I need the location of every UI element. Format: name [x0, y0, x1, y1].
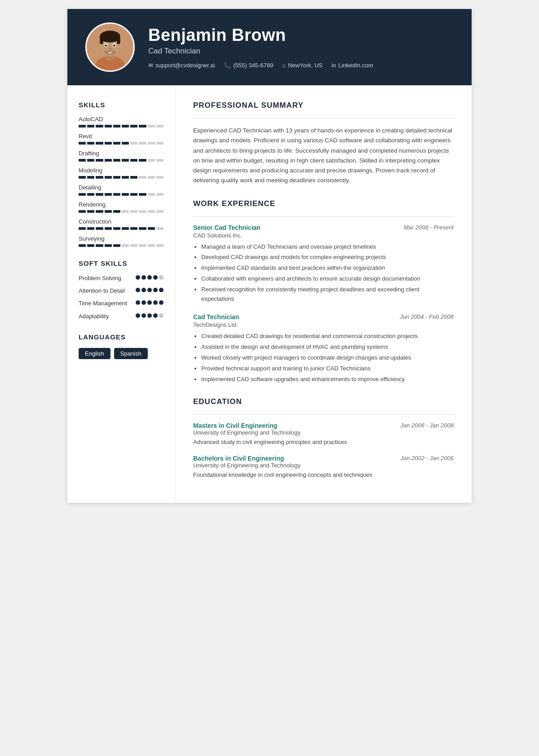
- skill-item: Revit: [79, 133, 163, 145]
- exp-date: Mar 2008 - Present: [404, 224, 454, 231]
- soft-skill-dots: [136, 288, 163, 292]
- location-icon: ⌂: [282, 62, 286, 69]
- experience-entry: Cad TechnicianJun 2004 - Feb 2008TechDes…: [193, 313, 454, 384]
- phone-icon: 📞: [224, 62, 231, 69]
- dot: [159, 300, 163, 305]
- edu-school: University of Engineering and Technology: [193, 429, 454, 436]
- edu-date: Jan 2006 - Jan 2008: [400, 422, 454, 429]
- soft-skill-item: Time Management: [79, 299, 163, 308]
- skill-item: AutoCAD: [79, 116, 163, 127]
- soft-skill-dots: [136, 275, 163, 280]
- linkedin-icon: in: [331, 62, 336, 69]
- experience-entry: Senior Cad TechnicianMar 2008 - PresentC…: [193, 224, 454, 304]
- dot: [159, 313, 163, 318]
- skill-item: Modeling: [79, 167, 163, 179]
- phone-contact: 📞 (555) 345-6789: [224, 62, 273, 69]
- edu-desc: Foundational knowledge in civil engineer…: [193, 470, 454, 479]
- dot: [136, 275, 140, 280]
- education-divider: [193, 414, 454, 415]
- skill-item: Surveying: [79, 235, 163, 247]
- skills-section-title: SKILLS: [79, 101, 163, 109]
- exp-bullet: Collaborated with engineers and architec…: [201, 274, 454, 284]
- soft-skill-dots: [136, 300, 163, 305]
- education-entry: Masters in Civil EngineeringJan 2006 - J…: [193, 422, 454, 447]
- soft-skills-list: Problem SolvingAttention to DetailTime M…: [79, 274, 163, 321]
- edu-degree: Masters in Civil Engineering: [193, 422, 278, 429]
- skill-bar: [79, 193, 163, 196]
- experience-list: Senior Cad TechnicianMar 2008 - PresentC…: [193, 224, 454, 384]
- contact-row: ✉ support@cvdesigner.ai 📞 (555) 345-6789…: [148, 62, 454, 69]
- skills-list: AutoCADRevitDraftingModelingDetailingRen…: [79, 116, 163, 247]
- edu-desc: Advanced study in civil engineering prin…: [193, 438, 454, 447]
- exp-title: Cad Technician: [193, 313, 239, 321]
- education-entry: Bachelors in Civil EngineeringJan 2002 -…: [193, 455, 454, 479]
- dot: [136, 300, 140, 305]
- exp-company: TechDesigns Ltd.: [193, 321, 454, 328]
- soft-skill-item: Problem Solving: [79, 274, 163, 282]
- skill-item: Detailing: [79, 184, 163, 196]
- education-list: Masters in Civil EngineeringJan 2006 - J…: [193, 422, 454, 479]
- dot: [159, 275, 163, 280]
- languages-section-title: LANGUAGES: [79, 333, 163, 341]
- language-tags: EnglishSpanish: [79, 348, 163, 359]
- exp-header: Senior Cad TechnicianMar 2008 - Present: [193, 224, 454, 231]
- soft-skills-section-title: SOFT SKILLS: [79, 259, 163, 267]
- soft-skill-item: Adaptability: [79, 312, 163, 321]
- svg-rect-5: [100, 36, 103, 44]
- language-tag: English: [79, 348, 110, 359]
- linkedin-contact: in LinkedIn.com: [331, 62, 373, 69]
- exp-bullet: Implemented CAD standards and best pract…: [201, 264, 454, 273]
- exp-bullet: Provided technical support and training …: [201, 364, 454, 374]
- dot: [153, 288, 158, 292]
- svg-point-11: [109, 48, 111, 50]
- experience-divider: [193, 216, 454, 217]
- skill-bar: [79, 244, 163, 247]
- dot: [147, 313, 152, 318]
- soft-skill-name: Problem Solving: [79, 274, 132, 282]
- soft-skill-name: Adaptability: [79, 312, 132, 321]
- exp-company: CAD Solutions Inc.: [193, 232, 454, 239]
- soft-skill-dots: [136, 313, 163, 318]
- skill-item: Construction: [79, 218, 163, 230]
- dot: [153, 300, 158, 305]
- exp-title: Senior Cad Technician: [193, 224, 261, 231]
- linkedin-text: LinkedIn.com: [338, 62, 373, 69]
- exp-bullets: Managed a team of CAD Technicians and ov…: [193, 242, 454, 304]
- exp-bullet: Implemented CAD software upgrades and en…: [201, 375, 454, 384]
- skill-bar: [79, 142, 163, 145]
- edu-school: University of Engineering and Technology: [193, 462, 454, 469]
- dot: [141, 300, 146, 305]
- dot: [136, 288, 140, 292]
- skill-name: Drafting: [79, 150, 163, 157]
- skill-name: Construction: [79, 218, 163, 225]
- dot: [153, 313, 158, 318]
- dot: [153, 275, 158, 280]
- svg-rect-6: [117, 36, 120, 44]
- main-content: PROFESSIONAL SUMMARY Experienced CAD Tec…: [175, 85, 472, 503]
- edu-header: Bachelors in Civil EngineeringJan 2002 -…: [193, 455, 454, 462]
- skill-name: Detailing: [79, 184, 163, 191]
- exp-bullet: Created detailed CAD drawings for reside…: [201, 332, 454, 341]
- dot: [159, 288, 163, 292]
- edu-degree: Bachelors in Civil Engineering: [193, 455, 284, 462]
- location-contact: ⌂ NewYork, US: [282, 62, 323, 69]
- education-title: EDUCATION: [193, 397, 454, 408]
- svg-point-9: [105, 44, 107, 47]
- exp-bullet: Worked closely with project managers to …: [201, 353, 454, 363]
- skill-bar: [79, 125, 163, 127]
- email-icon: ✉: [148, 62, 153, 69]
- dot: [141, 313, 146, 318]
- skill-item: Rendering: [79, 201, 163, 213]
- soft-skill-name: Time Management: [79, 299, 132, 308]
- exp-date: Jun 2004 - Feb 2008: [400, 313, 454, 320]
- summary-divider: [193, 118, 454, 119]
- skill-name: Revit: [79, 133, 163, 140]
- email-text: support@cvdesigner.ai: [155, 62, 215, 69]
- sidebar: SKILLS AutoCADRevitDraftingModelingDetai…: [67, 85, 175, 503]
- summary-text: Experienced CAD Technician with 13 years…: [193, 126, 454, 186]
- language-tag: Spanish: [114, 348, 148, 359]
- header-section: Benjamin Brown Cad Technician ✉ support@…: [67, 9, 472, 85]
- skill-name: AutoCAD: [79, 116, 163, 123]
- candidate-title: Cad Technician: [148, 47, 454, 56]
- svg-point-12: [104, 50, 116, 55]
